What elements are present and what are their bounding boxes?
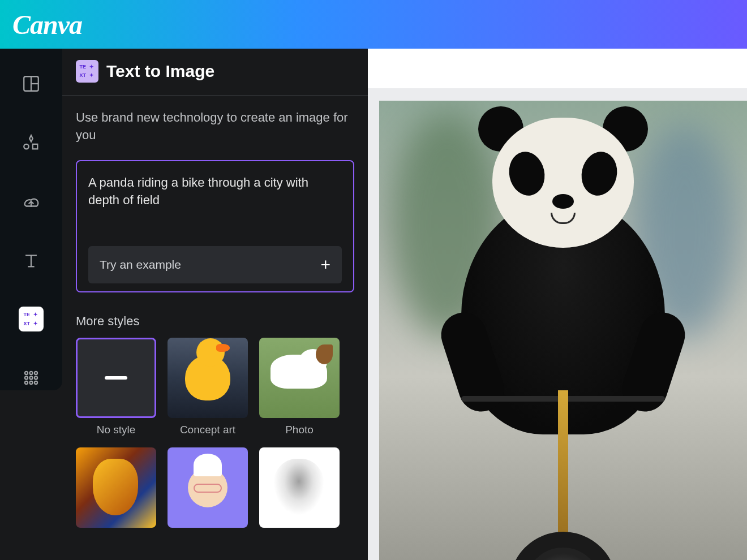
style-label: Concept art xyxy=(180,424,235,436)
svg-point-13 xyxy=(35,376,37,379)
more-styles-heading: More styles xyxy=(76,314,354,329)
panel-description: Use brand new technology to create an im… xyxy=(76,109,354,144)
style-option-painting[interactable] xyxy=(76,447,156,528)
style-thumb-photo xyxy=(259,338,340,418)
try-example-button[interactable]: Try an example + xyxy=(88,246,342,283)
prompt-box: A panda riding a bike through a city wit… xyxy=(76,160,354,292)
main-area: TE✦XT✦ TE✦XT✦ Text to Image Use brand ne… xyxy=(0,49,747,560)
elements-icon[interactable] xyxy=(19,130,44,155)
svg-point-8 xyxy=(25,372,28,374)
plus-icon: + xyxy=(320,255,330,274)
svg-point-3 xyxy=(24,144,29,149)
style-thumb-painting xyxy=(76,447,156,528)
text-to-image-icon[interactable]: TE✦XT✦ xyxy=(19,307,44,331)
prompt-input[interactable]: A panda riding a bike through a city wit… xyxy=(88,174,342,236)
try-example-label: Try an example xyxy=(100,258,181,272)
text-icon[interactable] xyxy=(19,248,44,273)
svg-point-9 xyxy=(29,372,32,374)
svg-point-16 xyxy=(35,381,37,384)
style-thumb-sketch xyxy=(259,447,340,528)
uploads-icon[interactable] xyxy=(19,189,44,214)
style-option-photo[interactable]: Photo xyxy=(259,338,340,436)
svg-point-12 xyxy=(29,376,32,379)
app-header: Canva xyxy=(0,0,747,49)
svg-point-14 xyxy=(25,381,28,384)
apps-icon[interactable] xyxy=(19,365,44,390)
style-option-sketch[interactable] xyxy=(259,447,340,528)
style-thumb-none xyxy=(76,338,156,418)
text-to-image-panel: TE✦XT✦ Text to Image Use brand new techn… xyxy=(62,49,368,560)
style-label: No style xyxy=(97,424,136,436)
canvas-area[interactable] xyxy=(368,49,747,560)
style-thumb-concept-art xyxy=(168,338,248,418)
svg-point-15 xyxy=(29,381,32,384)
left-rail: TE✦XT✦ xyxy=(0,49,62,390)
generated-image[interactable] xyxy=(379,101,747,560)
style-option-3d[interactable] xyxy=(168,447,248,528)
text-to-image-badge-icon: TE✦XT✦ xyxy=(76,60,98,83)
canva-logo[interactable]: Canva xyxy=(12,9,82,40)
templates-icon[interactable] xyxy=(19,71,44,96)
panel-title: Text to Image xyxy=(106,62,214,81)
svg-rect-4 xyxy=(33,144,38,149)
style-label: Photo xyxy=(285,424,314,436)
svg-point-10 xyxy=(35,372,37,374)
canvas-toolbar xyxy=(368,49,747,88)
svg-point-11 xyxy=(25,376,28,379)
style-thumb-3d xyxy=(168,447,248,528)
style-option-concept-art[interactable]: Concept art xyxy=(168,338,248,436)
style-option-no-style[interactable]: No style xyxy=(76,338,156,436)
panel-header: TE✦XT✦ Text to Image xyxy=(62,49,368,96)
styles-grid: No style Concept art Photo xyxy=(76,338,354,528)
